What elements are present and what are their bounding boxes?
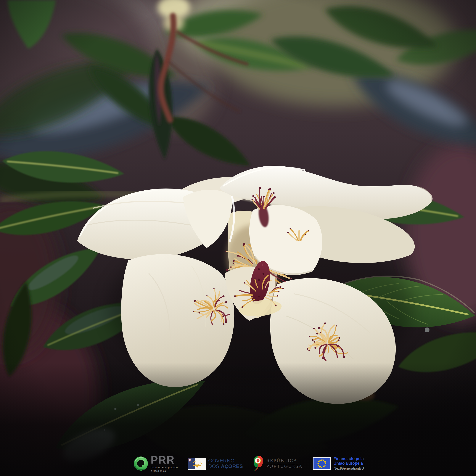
funding-logos-bar: PRR Plano de Recuperação e Resiliência: [133, 453, 364, 474]
armillary-sphere: [255, 458, 261, 463]
magnolia-social-graphic: PRR Plano de Recuperação e Resiliência: [0, 0, 476, 476]
azores-flag-icon: [188, 458, 206, 470]
eu-funding-lockup: Financiado pela União Europeia NextGener…: [313, 457, 364, 471]
republica-portuguesa-lockup: REPÚBLICA PORTUGUESA: [253, 456, 303, 472]
prr-logo-icon: [133, 456, 149, 471]
eu-flag-icon: [313, 458, 331, 470]
prr-text-block: PRR Plano de Recuperação e Resiliência: [151, 455, 178, 473]
prr-tagline: Plano de Recuperação e Resiliência: [151, 466, 178, 473]
republica-text-block: REPÚBLICA PORTUGUESA: [266, 458, 303, 469]
prr-tagline-line1: Plano de Recuperação: [151, 466, 178, 469]
nextgeneration-eu-label: NextGenerationEU: [334, 466, 364, 471]
eu-funding-line2: União Europeia: [334, 461, 364, 466]
governo-dos: DOS: [208, 463, 220, 469]
governo-text-block: GOVERNO DOS AÇORES: [208, 458, 243, 469]
republica-line1: REPÚBLICA: [266, 458, 303, 463]
prr-tagline-line2: e Resiliência: [151, 469, 178, 473]
eu-funding-line1: Financiado pela: [334, 457, 364, 461]
prr-wordmark: PRR: [151, 455, 178, 465]
portugal-flag-emblem-icon: [253, 456, 263, 472]
governo-line2: DOS AÇORES: [208, 463, 243, 469]
azores-shield: [189, 459, 191, 461]
republica-line2: PORTUGUESA: [266, 463, 303, 469]
governo-azores-lockup: GOVERNO DOS AÇORES: [188, 458, 243, 470]
governo-line1: GOVERNO: [208, 458, 243, 463]
magnolia-photo: [0, 0, 476, 476]
governo-acores: AÇORES: [221, 463, 243, 469]
prr-logo-lockup: PRR Plano de Recuperação e Resiliência: [133, 455, 178, 473]
eu-text-block: Financiado pela União Europeia NextGener…: [334, 457, 364, 471]
